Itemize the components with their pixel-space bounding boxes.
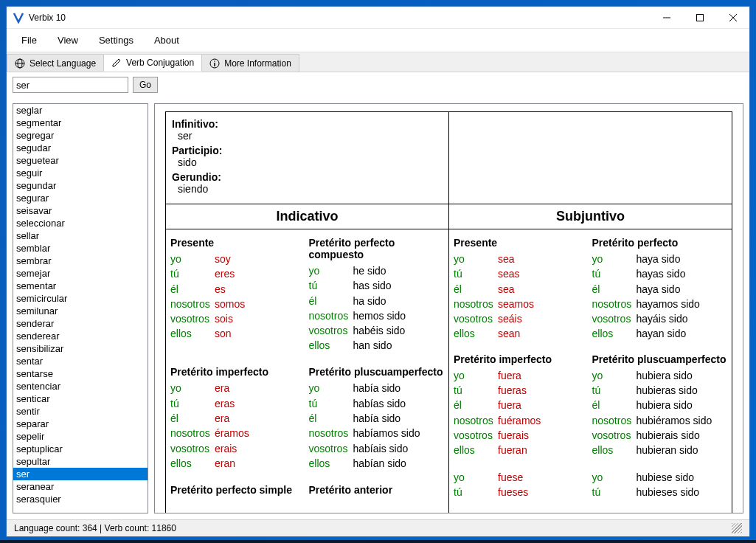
- verb-form: soy: [215, 252, 231, 266]
- list-item[interactable]: seranear: [13, 480, 148, 493]
- tense-block: Pretérito imperfectoyoeratúeraséleranoso…: [169, 363, 308, 480]
- pronoun: él: [170, 411, 215, 426]
- conjugation-row: élfuera: [454, 398, 589, 412]
- verb-form: seamos: [498, 297, 534, 311]
- conjugation-row: yosea: [454, 252, 589, 266]
- pronoun: nosotros: [592, 297, 637, 311]
- list-item[interactable]: semejar: [13, 267, 148, 280]
- tab-select-language[interactable]: Select Language: [7, 54, 104, 72]
- tense-block: Pretérito pluscuamperfectoyohubiera sido…: [591, 350, 729, 467]
- list-item[interactable]: senderear: [13, 330, 148, 342]
- verb-form: seáis: [498, 311, 522, 326]
- list-item[interactable]: semblar: [13, 242, 148, 255]
- list-item[interactable]: sepultar: [13, 455, 148, 468]
- conjugation-row: túeras: [170, 396, 306, 411]
- maximize-button[interactable]: [683, 7, 716, 28]
- verb-form: hubieras sido: [637, 383, 698, 398]
- list-item[interactable]: sentenciar: [13, 380, 148, 392]
- list-item[interactable]: semilunar: [13, 305, 148, 317]
- conjugation-row: vosotrossois: [170, 311, 306, 326]
- verb-form: éramos: [215, 426, 249, 440]
- pronoun: él: [592, 282, 637, 297]
- verb-list[interactable]: seglarsegmentarsegregarsegudarseguetears…: [13, 104, 148, 513]
- tense-block: Presenteyoseatúseasélseanosotrosseamosvo…: [452, 234, 591, 350]
- menu-about[interactable]: About: [145, 32, 188, 49]
- tense-title: Presente: [170, 237, 306, 249]
- tab-more-info[interactable]: More Information: [201, 54, 299, 72]
- conjugation-row: élera: [170, 411, 306, 426]
- verb-form: eran: [215, 456, 235, 471]
- conjugation-row: yohabía sido: [309, 381, 445, 395]
- conjugation-row: elloshayan sido: [592, 326, 728, 341]
- tense-block: yohubiese sidotúhubieses sido: [591, 467, 729, 509]
- list-item[interactable]: segregar: [13, 129, 148, 142]
- list-item[interactable]: seglar: [13, 104, 148, 117]
- list-item[interactable]: septuplicar: [13, 443, 148, 455]
- conjugation-row: nosotroshabíamos sido: [309, 426, 445, 440]
- list-item[interactable]: sepelir: [13, 430, 148, 443]
- conjugation-row: nosotroséramos: [170, 426, 306, 440]
- verb-form: ha sido: [353, 294, 386, 308]
- list-item[interactable]: sentir: [13, 405, 148, 418]
- conjugation-panel[interactable]: Infinitivo: ser Participio: sido Gerundi…: [154, 103, 743, 513]
- subjuntivo-header: Subjuntivo: [449, 204, 732, 229]
- close-button[interactable]: [716, 7, 749, 28]
- go-button[interactable]: Go: [133, 77, 158, 93]
- menu-view[interactable]: View: [49, 32, 87, 49]
- verb-form: sean: [498, 326, 520, 341]
- tense-title: Pretérito perfecto simple: [170, 484, 306, 496]
- verb-form: hubiera sido: [637, 368, 693, 383]
- list-item[interactable]: seleccionar: [13, 217, 148, 229]
- list-item[interactable]: ser: [13, 468, 148, 480]
- tense-title: Pretérito perfecto: [592, 237, 728, 249]
- statusbar: Language count: 364 | Verb count: 11860: [7, 519, 749, 536]
- indicativo-header: Indicativo: [166, 204, 449, 229]
- verb-form: he sido: [353, 263, 386, 278]
- tab-label: Verb Conjugation: [126, 58, 194, 68]
- pronoun: vosotros: [309, 441, 353, 456]
- pronoun: él: [309, 411, 353, 426]
- verb-input[interactable]: [13, 77, 128, 93]
- conjugation-row: vosotroshubierais sido: [592, 428, 728, 443]
- list-item[interactable]: sembrar: [13, 255, 148, 267]
- conjugation-row: túseas: [454, 266, 589, 281]
- list-item[interactable]: sentarse: [13, 367, 148, 380]
- resize-grip[interactable]: [732, 523, 742, 533]
- menu-settings[interactable]: Settings: [90, 32, 142, 49]
- list-item[interactable]: seguir: [13, 167, 148, 179]
- pronoun: tú: [170, 396, 215, 411]
- list-item[interactable]: sellar: [13, 229, 148, 242]
- list-item[interactable]: semicircular: [13, 292, 148, 305]
- list-item[interactable]: seguetear: [13, 154, 148, 167]
- verb-form: somos: [215, 297, 245, 311]
- list-item[interactable]: senderar: [13, 317, 148, 330]
- list-item[interactable]: segundar: [13, 179, 148, 192]
- verb-form: habían sido: [353, 456, 406, 471]
- list-item[interactable]: seisavar: [13, 204, 148, 217]
- list-item[interactable]: segudar: [13, 142, 148, 154]
- conjugation-row: vosotroshabéis sido: [309, 323, 445, 338]
- menu-file[interactable]: File: [13, 32, 46, 49]
- conjugation-row: túhubieras sido: [592, 383, 728, 398]
- conjugation-row: yosoy: [170, 252, 306, 266]
- pronoun: yo: [454, 252, 498, 266]
- pronoun: él: [454, 282, 498, 297]
- list-item[interactable]: separar: [13, 418, 148, 430]
- list-item[interactable]: sementar: [13, 280, 148, 292]
- list-item[interactable]: sentar: [13, 355, 148, 367]
- minimize-button[interactable]: [650, 7, 683, 28]
- pronoun: nosotros: [592, 413, 637, 428]
- verb-form: han sido: [353, 338, 392, 353]
- list-item[interactable]: sensibilizar: [13, 342, 148, 355]
- tense-title: Pretérito pluscuamperfecto: [592, 353, 728, 365]
- verb-form: fueran: [498, 443, 527, 457]
- list-item[interactable]: serasquier: [13, 493, 148, 505]
- list-item[interactable]: segmentar: [13, 117, 148, 129]
- verb-form: erais: [215, 441, 237, 456]
- content-area: seglarsegmentarsegregarsegudarseguetears…: [7, 97, 749, 519]
- conjugation-row: yohubiera sido: [592, 368, 728, 383]
- list-item[interactable]: segurar: [13, 192, 148, 204]
- list-item[interactable]: senticar: [13, 392, 148, 405]
- tab-verb-conjugation[interactable]: Verb Conjugation: [103, 54, 202, 72]
- svg-point-8: [214, 60, 215, 62]
